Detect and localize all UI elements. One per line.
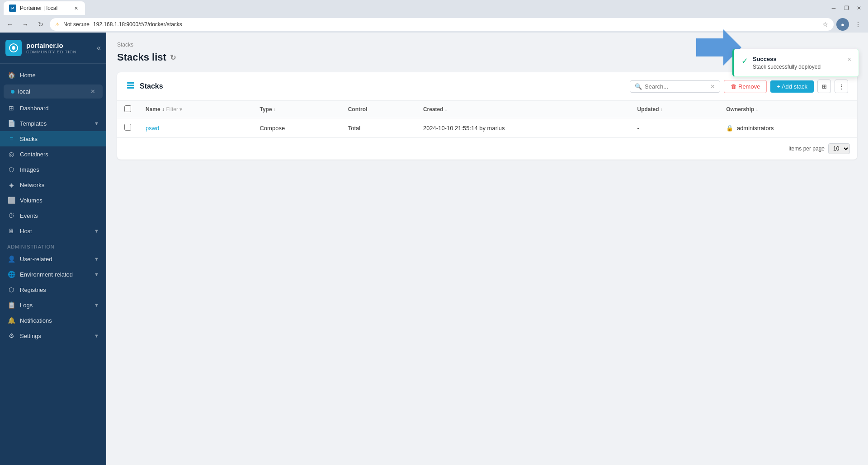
- svg-rect-2: [127, 82, 134, 84]
- sidebar-item-stacks[interactable]: ≡ Stacks: [0, 131, 106, 146]
- networks-label: Networks: [20, 182, 44, 188]
- stacks-icon: ≡: [7, 135, 15, 142]
- search-input[interactable]: [645, 83, 708, 90]
- sidebar-item-notifications[interactable]: 🔔 Notifications: [0, 313, 106, 328]
- svg-rect-3: [127, 85, 134, 86]
- panel-title-text: Stacks: [140, 82, 163, 90]
- tab-close-button[interactable]: ✕: [72, 5, 80, 12]
- sidebar-header: portainer.io COMMUNITY EDITION «: [0, 33, 106, 64]
- select-all-header: [117, 101, 138, 118]
- table-header-row: Name ↓ Filter ▾ Type ↕ Control Created ↕: [117, 101, 857, 118]
- containers-label: Containers: [20, 151, 48, 158]
- images-icon: ⬡: [7, 166, 15, 173]
- environment-related-icon: 🌐: [7, 271, 15, 278]
- user-related-label: User-related: [20, 256, 52, 263]
- logo-icon: [5, 40, 22, 56]
- main-area: Stacks Stacks list ↻: [106, 33, 868, 465]
- stacks-panel-icon: [126, 81, 135, 92]
- breadcrumb: Stacks: [117, 42, 857, 48]
- row-name-cell: pswd: [138, 118, 252, 138]
- add-stack-button[interactable]: + Add stack: [770, 80, 814, 93]
- stack-name-link[interactable]: pswd: [146, 125, 159, 132]
- type-column-header[interactable]: Type ↕: [252, 101, 340, 118]
- notifications-label: Notifications: [20, 317, 52, 324]
- sidebar-item-host[interactable]: 🖥 Host ▼: [0, 223, 106, 239]
- items-per-page-label: Items per page: [788, 146, 825, 152]
- column-toggle-button[interactable]: ⊞: [817, 80, 831, 93]
- logs-label: Logs: [20, 302, 33, 309]
- add-stack-label: + Add stack: [777, 83, 807, 90]
- logs-icon: 📋: [7, 301, 15, 309]
- search-box[interactable]: 🔍 ✕: [630, 80, 720, 93]
- bookmark-icon[interactable]: ☆: [822, 21, 828, 28]
- sidebar-item-volumes[interactable]: ⬜ Volumes: [0, 193, 106, 208]
- stacks-table: Name ↓ Filter ▾ Type ↕ Control Created ↕: [117, 101, 857, 137]
- browser-toolbar: ← → ↻ ⚠ Not secure 192.168.1.18:9000/#/2…: [0, 16, 868, 33]
- row-ownership-cell: 🔒 administrators: [719, 118, 857, 138]
- url-text: 192.168.1.18:9000/#/2/docker/stacks: [93, 21, 182, 28]
- sidebar-item-home[interactable]: 🏠 Home: [0, 67, 106, 83]
- sidebar-item-user-related[interactable]: 👤 User-related ▼: [0, 251, 106, 267]
- address-bar[interactable]: ⚠ Not secure 192.168.1.18:9000/#/2/docke…: [50, 18, 834, 31]
- templates-label: Templates: [20, 120, 47, 127]
- profile-button[interactable]: ●: [836, 18, 849, 31]
- host-icon: 🖥: [7, 227, 15, 235]
- browser-titlebar: P Portainer | local ✕ ─ ❐ ✕: [0, 0, 868, 16]
- stacks-panel: Stacks 🔍 ✕ 🗑 Remove + Add: [117, 72, 857, 160]
- env-badge[interactable]: local ✕: [4, 85, 103, 99]
- admin-section-label: Administration: [0, 239, 106, 251]
- main-content: Stacks Stacks list ↻: [106, 33, 868, 465]
- user-related-arrow-icon: ▼: [94, 256, 99, 262]
- toast-title: Success: [753, 56, 843, 62]
- host-label: Host: [20, 228, 32, 235]
- name-column-header[interactable]: Name ↓ Filter ▾: [138, 101, 252, 118]
- minimize-button[interactable]: ─: [828, 3, 839, 14]
- select-all-checkbox[interactable]: [124, 105, 131, 112]
- sidebar-item-dashboard[interactable]: ⊞ Dashboard: [0, 100, 106, 116]
- updated-column-header[interactable]: Updated ↕: [630, 101, 719, 118]
- dashboard-icon: ⊞: [7, 104, 15, 112]
- registries-icon: ⬡: [7, 286, 15, 293]
- sidebar-item-environment-related[interactable]: 🌐 Environment-related ▼: [0, 267, 106, 282]
- remove-button[interactable]: 🗑 Remove: [724, 80, 767, 93]
- forward-button[interactable]: →: [19, 18, 32, 31]
- row-checkbox[interactable]: [124, 124, 131, 131]
- restore-button[interactable]: ❐: [841, 3, 852, 14]
- toast-close-button[interactable]: ×: [848, 56, 851, 63]
- sidebar-collapse-button[interactable]: «: [97, 44, 101, 52]
- created-column-header[interactable]: Created ↕: [416, 101, 630, 118]
- networks-icon: ◈: [7, 181, 15, 188]
- env-close-button[interactable]: ✕: [90, 88, 95, 95]
- sidebar-item-settings[interactable]: ⚙ Settings ▼: [0, 328, 106, 343]
- sidebar-item-containers[interactable]: ◎ Containers: [0, 146, 106, 162]
- sidebar-item-images[interactable]: ⬡ Images: [0, 162, 106, 177]
- row-checkbox-cell: [117, 118, 138, 138]
- sidebar-item-networks[interactable]: ◈ Networks: [0, 177, 106, 193]
- control-column-header[interactable]: Control: [341, 101, 416, 118]
- tab-title: Portainer | local: [20, 5, 57, 11]
- notifications-icon: 🔔: [7, 317, 15, 324]
- refresh-button[interactable]: ↻: [34, 18, 47, 31]
- images-label: Images: [20, 166, 39, 173]
- ownership-value: administrators: [737, 125, 774, 132]
- search-clear-button[interactable]: ✕: [710, 83, 715, 90]
- panel-title-area: Stacks: [126, 81, 163, 92]
- sidebar-item-templates[interactable]: 📄 Templates ▼: [0, 116, 106, 131]
- close-button[interactable]: ✕: [854, 3, 864, 14]
- sidebar-item-events[interactable]: ⏱ Events: [0, 208, 106, 223]
- name-filter-button[interactable]: Filter ▾: [166, 106, 182, 113]
- sidebar-item-logs[interactable]: 📋 Logs ▼: [0, 297, 106, 313]
- ownership-icon: 🔒: [726, 125, 733, 132]
- back-button[interactable]: ←: [4, 18, 16, 31]
- menu-button[interactable]: ⋮: [852, 18, 864, 31]
- volumes-icon: ⬜: [7, 197, 15, 204]
- row-control-cell: Total: [341, 118, 416, 138]
- refresh-button[interactable]: ↻: [170, 53, 176, 62]
- sidebar-item-registries[interactable]: ⬡ Registries: [0, 282, 106, 297]
- more-options-button[interactable]: ⋮: [835, 80, 848, 93]
- registries-label: Registries: [20, 287, 46, 293]
- browser-tab[interactable]: P Portainer | local ✕: [4, 1, 85, 15]
- events-label: Events: [20, 212, 38, 219]
- ownership-column-header[interactable]: Ownership ↕: [719, 101, 857, 118]
- items-per-page-select[interactable]: 10 25 50: [828, 143, 850, 154]
